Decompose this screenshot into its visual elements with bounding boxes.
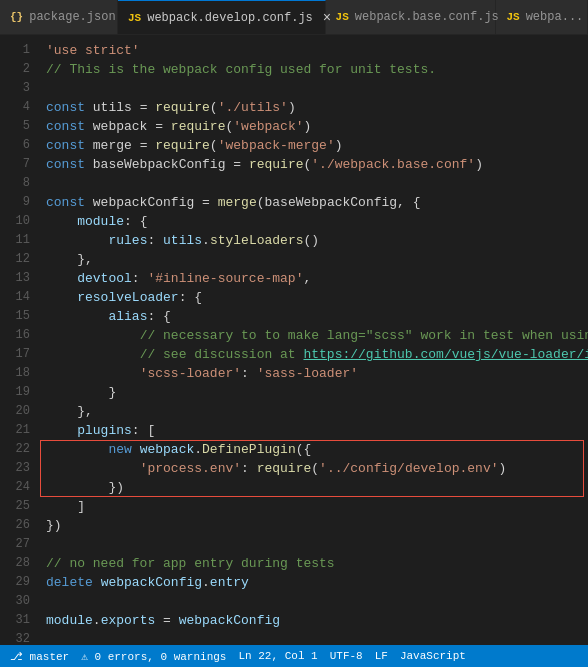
line-number: 20 [0,402,30,421]
line-number: 12 [0,250,30,269]
line-col: Ln 22, Col 1 [238,650,317,662]
js-icon: JS [128,12,141,24]
code-line: 'scss-loader': 'sass-loader' [46,364,588,383]
code-line: }, [46,250,588,269]
line-number: 14 [0,288,30,307]
code-line: }) [46,478,588,497]
line-number: 23 [0,459,30,478]
line-number: 21 [0,421,30,440]
error-count: ⚠ 0 errors, 0 warnings [81,650,226,663]
tab-webpack-more[interactable]: JS webpa... [496,0,588,34]
code-line: // necessary to to make lang="scss" work… [46,326,588,345]
code-line: new webpack.DefinePlugin({ [46,440,588,459]
line-number: 9 [0,193,30,212]
line-number: 4 [0,98,30,117]
code-line: plugins: [ [46,421,588,440]
line-ending: LF [375,650,388,662]
line-number: 7 [0,155,30,174]
code-line: rules: utils.styleLoaders() [46,231,588,250]
status-bar: ⎇ master ⚠ 0 errors, 0 warnings Ln 22, C… [0,645,588,667]
code-line: 'use strict' [46,41,588,60]
line-number: 10 [0,212,30,231]
git-branch: ⎇ master [10,650,69,663]
line-number: 31 [0,611,30,630]
line-number: 6 [0,136,30,155]
code-line: 'process.env': require('../config/develo… [46,459,588,478]
line-number: 29 [0,573,30,592]
code-line [46,174,588,193]
code-line: const baseWebpackConfig = require('./web… [46,155,588,174]
code-line: const webpack = require('webpack') [46,117,588,136]
code-line: } [46,383,588,402]
line-number: 16 [0,326,30,345]
code-line: resolveLoader: { [46,288,588,307]
editor: 1234567891011121314151617181920212223242… [0,35,588,645]
code-line [46,592,588,611]
tab-bar: {} package.json JS webpack.develop.conf.… [0,0,588,35]
line-number: 26 [0,516,30,535]
code-line: // see discussion at https://github.com/… [46,345,588,364]
line-number: 3 [0,79,30,98]
code-line: // no need for app entry during tests [46,554,588,573]
code-line: const utils = require('./utils') [46,98,588,117]
line-number: 25 [0,497,30,516]
line-number: 32 [0,630,30,645]
line-number: 27 [0,535,30,554]
line-number: 19 [0,383,30,402]
code-line: ] [46,497,588,516]
code-line: const webpackConfig = merge(baseWebpackC… [46,193,588,212]
line-numbers: 1234567891011121314151617181920212223242… [0,35,38,645]
code-line: // This is the webpack config used for u… [46,60,588,79]
tab-label: webpack.base.conf.js [355,10,499,24]
tab-package-json[interactable]: {} package.json [0,0,118,34]
line-number: 22 [0,440,30,459]
line-number: 11 [0,231,30,250]
code-line: devtool: '#inline-source-map', [46,269,588,288]
encoding: UTF-8 [330,650,363,662]
js-icon: JS [506,11,519,23]
line-number: 30 [0,592,30,611]
line-number: 24 [0,478,30,497]
js-icon: JS [336,11,349,23]
code-area[interactable]: 'use strict'// This is the webpack confi… [38,35,588,645]
code-line: module.exports = webpackConfig [46,611,588,630]
code-line: const merge = require('webpack-merge') [46,136,588,155]
line-number: 8 [0,174,30,193]
tab-label: webpa... [526,10,584,24]
line-number: 1 [0,41,30,60]
code-line [46,535,588,554]
line-number: 2 [0,60,30,79]
code-line: module: { [46,212,588,231]
line-number: 15 [0,307,30,326]
code-line: delete webpackConfig.entry [46,573,588,592]
code-line: }, [46,402,588,421]
tab-webpack-base[interactable]: JS webpack.base.conf.js [326,0,497,34]
tab-webpack-develop[interactable]: JS webpack.develop.conf.js × [118,0,326,34]
tab-label: webpack.develop.conf.js [147,11,313,25]
braces-icon: {} [10,11,23,23]
tab-label: package.json [29,10,115,24]
code-line [46,630,588,645]
line-number: 5 [0,117,30,136]
language: JavaScript [400,650,466,662]
line-number: 28 [0,554,30,573]
line-number: 17 [0,345,30,364]
code-line: }) [46,516,588,535]
code-line: alias: { [46,307,588,326]
line-number: 18 [0,364,30,383]
code-line [46,79,588,98]
line-number: 13 [0,269,30,288]
